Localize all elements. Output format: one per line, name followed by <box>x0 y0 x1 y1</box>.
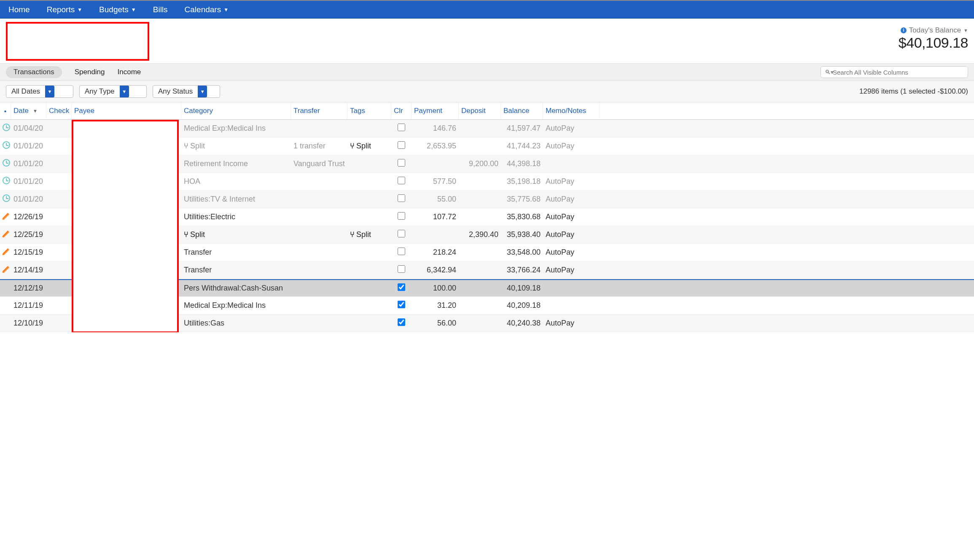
cell-payment: 2,653.95 <box>412 142 459 151</box>
table-row[interactable]: 12/26/19Utilities:Electric107.7235,830.6… <box>0 208 974 226</box>
cell-category: HOA <box>181 177 291 186</box>
column-header-row: ● Date▼ Check Payee Category Transfer Ta… <box>0 102 974 120</box>
table-row[interactable]: 12/10/19Utilities:Gas56.0040,240.38AutoP… <box>0 315 974 332</box>
nav-calendars[interactable]: Calendars▼ <box>185 5 229 14</box>
view-tab-row: Transactions Spending Income 🔍︎▾ <box>0 63 974 81</box>
cell-date: 12/12/19 <box>11 284 46 293</box>
cell-deposit: 2,390.40 <box>459 230 501 239</box>
cell-memo: AutoPay <box>543 142 600 151</box>
cell-memo: AutoPay <box>543 213 600 221</box>
table-row[interactable]: 01/01/20Utilities:TV & Internet55.0035,7… <box>0 191 974 208</box>
cell-date: 01/01/20 <box>11 142 46 151</box>
search-input[interactable] <box>821 66 968 78</box>
nav-budgets[interactable]: Budgets▼ <box>99 5 136 14</box>
col-payee[interactable]: Payee <box>72 102 181 119</box>
cell-payment: 218.24 <box>412 248 459 257</box>
nav-home[interactable]: Home <box>8 5 30 14</box>
balance-amount: $40,109.18 <box>899 35 968 51</box>
cell-balance: 41,597.47 <box>501 124 543 133</box>
cell-tags: ⑂Split <box>347 142 391 151</box>
clr-checkbox[interactable] <box>398 177 405 184</box>
table-row[interactable]: 12/12/19Pers Withdrawal:Cash-Susan100.00… <box>0 279 974 297</box>
clr-checkbox[interactable] <box>398 318 405 326</box>
tab-income[interactable]: Income <box>118 68 141 76</box>
filter-dates[interactable]: All Dates▼ <box>6 85 73 98</box>
cell-category: Utilities:Gas <box>181 319 291 328</box>
cell-balance: 33,548.00 <box>501 248 543 257</box>
table-row[interactable]: 12/14/19Transfer6,342.9433,766.24AutoPay <box>0 261 974 279</box>
col-category-label: Category <box>184 107 213 115</box>
cell-payment: 107.72 <box>412 213 459 221</box>
table-row[interactable]: 01/01/20⑂Split1 transfer⑂Split2,653.9541… <box>0 137 974 155</box>
row-status-icon <box>0 212 11 222</box>
clr-checkbox[interactable] <box>398 141 405 149</box>
cell-transfer: 1 transfer <box>291 142 347 151</box>
nav-reports-label: Reports <box>47 5 75 14</box>
cell-date: 12/25/19 <box>11 230 46 239</box>
clr-checkbox[interactable] <box>398 301 405 308</box>
col-transfer[interactable]: Transfer <box>291 102 347 119</box>
clock-icon <box>3 177 10 184</box>
clr-checkbox[interactable] <box>398 283 405 291</box>
items-summary: 12986 items (1 selected -$100.00) <box>859 87 968 96</box>
caret-down-icon: ▼ <box>963 28 968 33</box>
col-category[interactable]: Category <box>181 102 291 119</box>
clr-checkbox[interactable] <box>398 124 405 131</box>
nav-reports[interactable]: Reports▼ <box>47 5 82 14</box>
cell-date: 01/01/20 <box>11 195 46 204</box>
cell-payment: 577.50 <box>412 177 459 186</box>
clr-checkbox[interactable] <box>398 230 405 237</box>
col-clr[interactable]: Clr <box>391 102 412 119</box>
clock-icon <box>3 141 10 149</box>
col-clr-label: Clr <box>394 107 403 115</box>
table-row[interactable]: 12/15/19Transfer218.2433,548.00AutoPay <box>0 244 974 261</box>
col-status-icon[interactable]: ● <box>0 102 11 119</box>
table-row[interactable]: 01/01/20HOA577.5035,198.18AutoPay <box>0 173 974 191</box>
nav-bills[interactable]: Bills <box>153 5 168 14</box>
cell-balance: 33,766.24 <box>501 266 543 275</box>
cell-transfer: Vanguard Trust <box>291 159 347 168</box>
col-payment[interactable]: Payment <box>412 102 459 119</box>
filter-status[interactable]: Any Status▼ <box>153 85 220 98</box>
cell-balance: 35,775.68 <box>501 195 543 204</box>
col-memo-label: Memo/Notes <box>546 107 586 115</box>
cell-balance: 41,744.23 <box>501 142 543 151</box>
cell-memo: AutoPay <box>543 248 600 257</box>
clr-checkbox[interactable] <box>398 194 405 202</box>
nav-calendars-label: Calendars <box>185 5 221 14</box>
cell-payment: 6,342.94 <box>412 266 459 275</box>
table-row[interactable]: 12/11/19Medical Exp:Medical Ins31.2040,2… <box>0 297 974 315</box>
clr-checkbox[interactable] <box>398 248 405 255</box>
cell-clr <box>391 283 412 293</box>
tab-transactions[interactable]: Transactions <box>6 66 62 78</box>
nav-budgets-label: Budgets <box>99 5 129 14</box>
cell-category: Medical Exp:Medical Ins <box>181 301 291 310</box>
col-balance[interactable]: Balance <box>501 102 543 119</box>
table-row[interactable]: 01/01/20Retirement IncomeVanguard Trust9… <box>0 155 974 173</box>
clr-checkbox[interactable] <box>398 265 405 273</box>
tab-spending[interactable]: Spending <box>75 68 105 76</box>
col-memo[interactable]: Memo/Notes <box>543 102 600 119</box>
clr-checkbox[interactable] <box>398 212 405 220</box>
col-check[interactable]: Check <box>46 102 72 119</box>
cell-category: Pers Withdrawal:Cash-Susan <box>181 284 291 293</box>
split-icon: ⑂ <box>184 230 188 239</box>
col-deposit[interactable]: Deposit <box>459 102 501 119</box>
cell-memo: AutoPay <box>543 177 600 186</box>
balance-label-row[interactable]: i Today's Balance ▼ <box>899 26 968 35</box>
table-row[interactable]: 01/04/20Medical Exp:Medical Ins146.7641,… <box>0 120 974 137</box>
col-tags[interactable]: Tags <box>347 102 391 119</box>
clr-checkbox[interactable] <box>398 159 405 167</box>
split-icon: ⑂ <box>350 230 355 239</box>
cell-memo: AutoPay <box>543 319 600 328</box>
filter-type[interactable]: Any Type▼ <box>79 85 147 98</box>
col-date[interactable]: Date▼ <box>11 102 46 119</box>
cell-category: Retirement Income <box>181 159 291 168</box>
filter-row: All Dates▼ Any Type▼ Any Status▼ 12986 i… <box>0 81 974 102</box>
split-icon: ⑂ <box>184 142 188 150</box>
table-row[interactable]: 12/25/19⑂Split⑂Split2,390.4035,938.40Aut… <box>0 226 974 244</box>
chevron-down-icon: ▼ <box>45 86 54 97</box>
row-status-icon <box>0 194 11 204</box>
cell-clr <box>391 177 412 186</box>
caret-down-icon: ▼ <box>223 7 229 13</box>
